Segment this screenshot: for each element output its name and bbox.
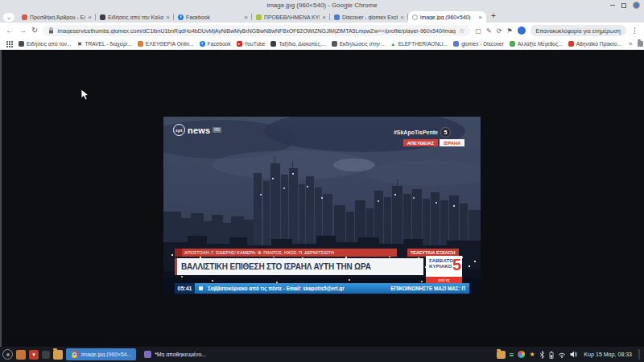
ticker-text: Σαββατοκύριακο από τις πέντε - Email: sk…: [208, 286, 345, 291]
reload-icon[interactable]: ↻: [31, 27, 38, 35]
tab-eidiseis-kalamata[interactable]: Ειδήσεις από την Καλαμάτ... ×: [96, 11, 174, 23]
tab-close-icon[interactable]: ×: [244, 14, 248, 21]
bookmark-allaxte[interactable]: Αλλάξτε Μέγεθος...: [510, 41, 563, 47]
show-desktop-button[interactable]: [638, 349, 640, 360]
maximize-icon[interactable]: [621, 3, 626, 8]
resize-bookmark-icon: [510, 41, 515, 47]
bookmark-star-icon[interactable]: ☆: [459, 27, 464, 35]
wifi-icon[interactable]: [558, 352, 566, 358]
glomex-favicon-icon: [256, 14, 262, 20]
extension-box-icon[interactable]: ▢: [475, 27, 481, 35]
bookmark-label: Ειδήσεις από τον...: [27, 41, 72, 47]
new-tab-button[interactable]: +: [491, 12, 496, 20]
page-content: ερτ news HD #SkApoTisPente 5 ΑΠΕΥΘΕΙΑΣ Ι…: [0, 50, 644, 347]
ert-news-wordmark: news: [188, 125, 210, 135]
bookmark-taxidia[interactable]: Ταξίδια, Διακοπές,...: [270, 41, 325, 47]
bookmark-youtube[interactable]: ▸YouTube: [237, 41, 266, 47]
bookmark-eleftheriaonline[interactable]: ▲ELEFTHERIAONLI...: [390, 41, 448, 47]
close-icon[interactable]: [633, 2, 640, 9]
tray-indicator-icon[interactable]: [510, 353, 514, 356]
refresh-extension-icon[interactable]: ⟳: [497, 27, 502, 35]
url-text[interactable]: imageservicethumbs.glomex.com/dC1ibnU1bn…: [57, 28, 456, 34]
all-bookmarks-button[interactable]: Όλοι οι σελιδοδείκτες: [638, 39, 644, 50]
bookmarks-bar: Ειδήσεις από τον... ✕TRAVEL - διαχείρι..…: [0, 39, 644, 50]
window-edge-line: [0, 50, 2, 347]
flag-extension-icon[interactable]: ⚑: [506, 27, 512, 35]
bookmark-glomex[interactable]: glomex - Discover: [453, 41, 504, 47]
bookmark-label: ΕΛΕΥΘΕΡΙΑ Onlin...: [146, 41, 194, 47]
volume-icon[interactable]: [570, 351, 578, 358]
tab-close-icon[interactable]: ×: [166, 14, 170, 21]
bookmark-label: glomex - Discover: [461, 41, 504, 47]
taskbar-clock[interactable]: Κυρ 15 Μαρ, 08:33: [584, 352, 632, 357]
bookmarks-overflow-chevron[interactable]: »: [629, 40, 632, 47]
system-taskbar: ▾ image.jpg (960×54... *Μη αποθηκευμένο.…: [0, 347, 644, 362]
bookmark-eleftheria[interactable]: ΕΛΕΥΘΕΡΙΑ Onlin...: [138, 41, 194, 47]
chrome-icon: [71, 351, 78, 358]
bookmark-label: Αθηναϊκό Πρακτο...: [576, 41, 621, 47]
travel-bookmark-icon: ✕: [77, 41, 83, 47]
tab-label: Facebook: [186, 14, 242, 20]
profile-avatar[interactable]: [518, 27, 526, 35]
bookmark-travel[interactable]: ✕TRAVEL - διαχείρι...: [77, 41, 132, 47]
events-bookmark-icon: [332, 41, 337, 47]
orange-app-icon[interactable]: [16, 350, 26, 360]
tab-prosthiki-arthrou[interactable]: Προσθήκη Άρθρου - ΕΛΕΥΘ... ×: [18, 11, 96, 23]
tab-label: Ειδήσεις από την Καλαμάτ...: [108, 14, 163, 20]
eleftheria-bookmark-icon: [138, 41, 143, 47]
broadcast-clock: 05:41: [175, 283, 195, 294]
task-label: *Μη αποθηκευμένο...: [155, 352, 206, 357]
tab-provevlimena[interactable]: ΠΡΟΒΕΒΛΗΜΕΝΑ ΚΥΡΙΑΚ... ×: [252, 11, 330, 23]
bluetooth-icon[interactable]: [539, 351, 545, 359]
apps-grid-icon[interactable]: [6, 40, 13, 47]
bookmark-label: Αλλάξτε Μέγεθος...: [518, 41, 563, 47]
crew-credits-strip: ΑΠΟΣΤΟΛΗ: Γ. ΣΙΔΕΡΗΣ/ ΚΑΜΕΡΑ: Φ. ΠΑΝΤΟΣ,…: [175, 249, 397, 257]
location-badge: ΙΣΡΑΗΛ: [440, 139, 464, 146]
taskbar-window-editor[interactable]: *Μη αποθηκευμένο...: [139, 348, 211, 360]
tab-image-jpg-active[interactable]: image.jpg (960×540) ×: [408, 11, 486, 23]
bookmark-eidiseis[interactable]: Ειδήσεις από τον...: [19, 41, 72, 47]
bookmark-facebook[interactable]: fFacebook: [200, 41, 231, 47]
live-badge-row: ΑΠΕΥΘΕΙΑΣ ΙΣΡΑΗΛ: [403, 139, 464, 146]
lock-icon: [48, 27, 54, 34]
eleftheria-favicon-icon: [22, 14, 27, 20]
pen-extension-icon[interactable]: ✎: [486, 27, 492, 35]
back-icon[interactable]: ←: [6, 27, 14, 35]
tab-glomex-discover[interactable]: Discover - glomex Exchange ×: [330, 11, 408, 23]
media-player-app-icon[interactable]: ▾: [29, 350, 39, 360]
browser-toolbar: ← → ↻ imageservicethumbs.glomex.com/dC1i…: [0, 23, 644, 39]
tab-close-icon[interactable]: ×: [88, 14, 92, 21]
tab-strip: ⌄ Προσθήκη Άρθρου - ΕΛΕΥΘ... × Ειδήσεις …: [0, 10, 644, 23]
bookmark-label: ELEFTHERIAONLI...: [398, 41, 448, 47]
tab-close-icon[interactable]: ×: [478, 14, 482, 21]
ert-circle-icon: ερτ: [173, 124, 185, 136]
forward-icon[interactable]: →: [19, 27, 27, 35]
tab-close-icon[interactable]: ×: [400, 14, 404, 21]
hashtag-text: #SkApoTisPente: [394, 130, 438, 135]
file-manager-icon[interactable]: [53, 350, 63, 360]
utility-app-icon[interactable]: [42, 351, 50, 359]
app-launcher-icon[interactable]: [2, 349, 13, 360]
bookmark-ekdiloseis[interactable]: Εκδηλώσεις στην...: [332, 41, 385, 47]
bookmark-athinaiko[interactable]: Αθηναϊκό Πρακτο...: [568, 41, 621, 47]
tray-color-wheel-icon[interactable]: [518, 351, 525, 358]
menu-kebab-icon[interactable]: ⋮: [631, 27, 638, 35]
minimize-icon[interactable]: [610, 5, 615, 6]
folder-icon: [638, 41, 642, 47]
news-bookmark-icon: [19, 41, 24, 47]
tab-search-button[interactable]: ⌄: [3, 13, 14, 22]
address-bar[interactable]: imageservicethumbs.glomex.com/dC1ibnU1bn…: [43, 25, 470, 36]
taskbar-window-chrome[interactable]: image.jpg (960×54...: [66, 348, 136, 360]
bookmark-label: YouTube: [245, 41, 266, 47]
show-logo-number: 5: [452, 254, 461, 275]
battery-icon[interactable]: [549, 351, 554, 359]
tray-star-icon[interactable]: ★: [529, 352, 535, 358]
ticker-contact-text: ΕΠΙΚΟΙΝΩΝΗΣΤΕ ΜΑΖΙ ΜΑΣ: Π: [390, 286, 465, 291]
show-5-badge-icon: 5: [440, 127, 451, 138]
profile-status-chip[interactable]: Επανακυκλοφορία για ενημέρωση: [530, 25, 626, 36]
tab-facebook[interactable]: f Facebook ×: [174, 11, 252, 23]
tab-close-icon[interactable]: ×: [322, 14, 326, 21]
news-video-image[interactable]: ερτ news HD #SkApoTisPente 5 ΑΠΕΥΘΕΙΑΣ Ι…: [163, 117, 481, 295]
eleftheriaonline-bookmark-icon: ▲: [390, 41, 396, 47]
tray-folder-icon[interactable]: [497, 351, 506, 359]
